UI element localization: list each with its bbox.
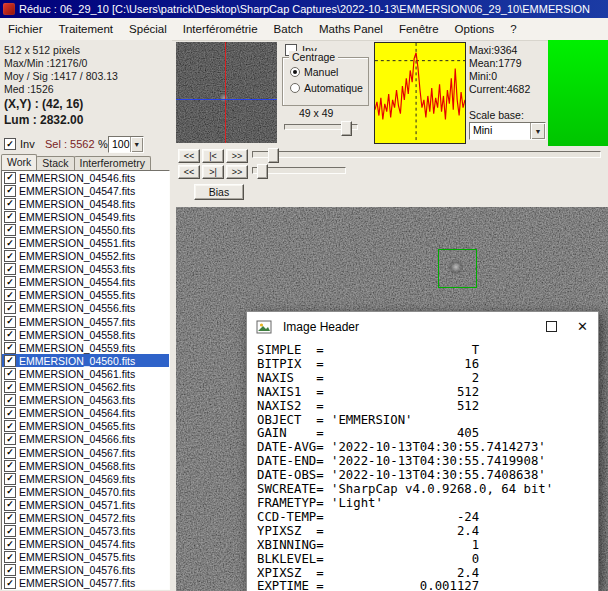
file-row[interactable]: ✓EMMERSION_04568.fits: [2, 459, 169, 472]
file-checkbox[interactable]: ✓: [4, 329, 16, 341]
file-row[interactable]: ✓EMMERSION_04559.fits: [2, 341, 169, 354]
box-size-slider-thumb[interactable]: [341, 121, 352, 136]
file-row[interactable]: ✓EMMERSION_04571.fits: [2, 498, 169, 511]
file-row[interactable]: ✓EMMERSION_04566.fits: [2, 433, 169, 446]
box-size-slider[interactable]: [284, 124, 358, 130]
menu-item[interactable]: Options: [447, 18, 503, 40]
file-checkbox[interactable]: ✓: [4, 381, 16, 393]
file-row[interactable]: ✓EMMERSION_04549.fits: [2, 210, 169, 223]
file-checkbox[interactable]: ✓: [4, 433, 16, 445]
file-row[interactable]: ✓EMMERSION_04577.fits: [2, 577, 169, 590]
file-row[interactable]: ✓EMMERSION_04569.fits: [2, 472, 169, 485]
file-checkbox[interactable]: ✓: [4, 185, 16, 197]
file-checkbox[interactable]: ✓: [4, 577, 16, 589]
tab-stack[interactable]: Stack: [36, 156, 74, 170]
menu-item[interactable]: Fichier: [0, 18, 51, 40]
nav-button[interactable]: <<: [178, 149, 200, 163]
file-checkbox[interactable]: ✓: [4, 473, 16, 485]
menu-item[interactable]: Traitement: [51, 18, 122, 40]
file-row[interactable]: ✓EMMERSION_04556.fits: [2, 302, 169, 315]
file-checkbox[interactable]: ✓: [4, 420, 16, 432]
file-checkbox[interactable]: ✓: [4, 538, 16, 550]
file-checkbox[interactable]: ✓: [4, 447, 16, 459]
file-checkbox[interactable]: ✓: [4, 564, 16, 576]
chevron-down-icon[interactable]: ▼: [530, 123, 545, 139]
file-checkbox[interactable]: ✓: [4, 499, 16, 511]
maximize-icon[interactable]: [546, 321, 557, 332]
chevron-down-icon[interactable]: ▼: [130, 137, 143, 152]
file-checkbox[interactable]: ✓: [4, 276, 16, 288]
file-checkbox[interactable]: ✓: [4, 460, 16, 472]
file-row[interactable]: ✓EMMERSION_04558.fits: [2, 328, 169, 341]
file-row[interactable]: ✓EMMERSION_04564.fits: [2, 407, 169, 420]
file-row[interactable]: ✓EMMERSION_04555.fits: [2, 289, 169, 302]
dialog-titlebar[interactable]: Image Header ✕: [247, 312, 598, 341]
file-row[interactable]: ✓EMMERSION_04570.fits: [2, 485, 169, 498]
file-row[interactable]: ✓EMMERSION_04552.fits: [2, 250, 169, 263]
file-row[interactable]: ✓EMMERSION_04563.fits: [2, 394, 169, 407]
file-checkbox[interactable]: ✓: [4, 289, 16, 301]
file-row[interactable]: ✓EMMERSION_04561.fits: [2, 367, 169, 380]
radio-automatic-icon[interactable]: [290, 83, 300, 93]
file-row[interactable]: ✓EMMERSION_04553.fits: [2, 263, 169, 276]
file-row[interactable]: ✓EMMERSION_04575.fits: [2, 551, 169, 564]
radio-manual-icon[interactable]: [290, 67, 300, 77]
file-checkbox[interactable]: ✓: [4, 394, 16, 406]
nav-button[interactable]: >>: [226, 149, 248, 163]
menu-item[interactable]: Spécial: [121, 18, 175, 40]
bias-button[interactable]: Bias: [194, 184, 244, 200]
file-checkbox[interactable]: ✓: [4, 172, 16, 184]
file-row[interactable]: ✓EMMERSION_04546.fits: [2, 171, 169, 184]
file-list[interactable]: ✓EMMERSION_04546.fits✓EMMERSION_04547.fi…: [1, 170, 170, 590]
file-row[interactable]: ✓EMMERSION_04572.fits: [2, 511, 169, 524]
nav-button[interactable]: <<: [178, 165, 200, 179]
zoom-select[interactable]: 100 ▼: [108, 136, 144, 153]
menu-item[interactable]: Fenêtre: [391, 18, 447, 40]
file-checkbox[interactable]: ✓: [4, 512, 16, 524]
frame-slider[interactable]: [252, 151, 601, 158]
file-checkbox[interactable]: ✓: [4, 302, 16, 314]
close-icon[interactable]: ✕: [577, 320, 588, 333]
file-row[interactable]: ✓EMMERSION_04554.fits: [2, 276, 169, 289]
radio-automatic[interactable]: Automatique: [290, 82, 363, 94]
nav-button[interactable]: |<: [202, 149, 224, 163]
file-row[interactable]: ✓EMMERSION_04550.fits: [2, 223, 169, 236]
scale-base-select[interactable]: Mini ▼: [469, 122, 546, 140]
radio-manual[interactable]: Manuel: [290, 66, 338, 78]
menu-item[interactable]: Batch: [266, 18, 311, 40]
file-checkbox[interactable]: ✓: [4, 224, 16, 236]
file-row[interactable]: ✓EMMERSION_04562.fits: [2, 381, 169, 394]
file-checkbox[interactable]: ✓: [4, 250, 16, 262]
nav-button[interactable]: >|: [202, 165, 224, 179]
file-checkbox[interactable]: ✓: [4, 551, 16, 563]
file-row[interactable]: ✓EMMERSION_04560.fits: [2, 354, 169, 367]
file-checkbox[interactable]: ✓: [4, 342, 16, 354]
file-checkbox[interactable]: ✓: [4, 263, 16, 275]
preview-thumbnail[interactable]: [176, 42, 277, 143]
nav-button[interactable]: >>: [226, 165, 248, 179]
file-row[interactable]: ✓EMMERSION_04557.fits: [2, 315, 169, 328]
tab-work[interactable]: Work: [1, 154, 37, 170]
file-checkbox[interactable]: ✓: [4, 237, 16, 249]
file-checkbox[interactable]: ✓: [4, 316, 16, 328]
file-row[interactable]: ✓EMMERSION_04551.fits: [2, 236, 169, 249]
file-row[interactable]: ✓EMMERSION_04547.fits: [2, 184, 169, 197]
file-row[interactable]: ✓EMMERSION_04574.fits: [2, 538, 169, 551]
file-row[interactable]: ✓EMMERSION_04573.fits: [2, 525, 169, 538]
file-checkbox[interactable]: ✓: [4, 211, 16, 223]
inv-checkbox[interactable]: ✓: [4, 138, 16, 150]
file-checkbox[interactable]: ✓: [4, 368, 16, 380]
frame-slider-thumb[interactable]: [268, 148, 279, 163]
tab-interferometry[interactable]: Interferometry: [74, 156, 151, 170]
file-row[interactable]: ✓EMMERSION_04567.fits: [2, 446, 169, 459]
menu-item[interactable]: Maths Panel: [311, 18, 391, 40]
file-checkbox[interactable]: ✓: [4, 355, 16, 367]
secondary-slider[interactable]: [252, 167, 346, 174]
menu-item[interactable]: Interférométrie: [175, 18, 266, 40]
file-row[interactable]: ✓EMMERSION_04565.fits: [2, 420, 169, 433]
file-checkbox[interactable]: ✓: [4, 407, 16, 419]
file-checkbox[interactable]: ✓: [4, 198, 16, 210]
file-row[interactable]: ✓EMMERSION_04576.fits: [2, 564, 169, 577]
secondary-slider-thumb[interactable]: [257, 164, 268, 179]
menu-item[interactable]: ?: [502, 18, 524, 40]
